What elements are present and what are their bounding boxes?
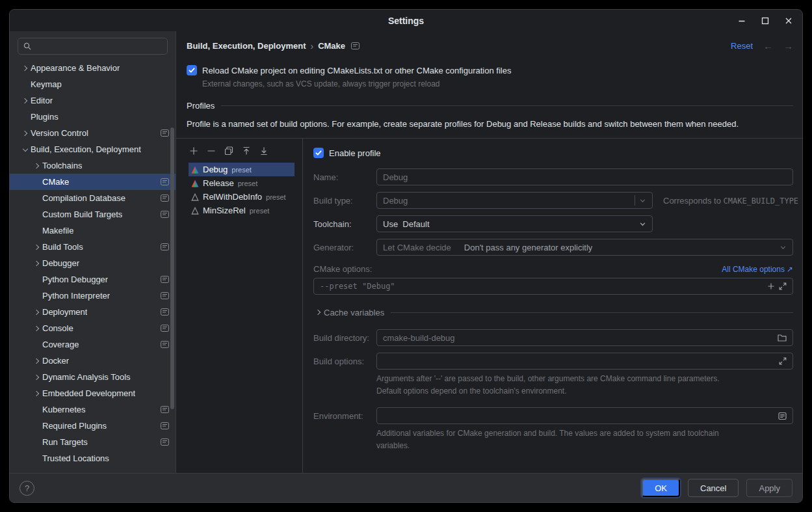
build-type-row: Build type: Debug Corresponds to CMAKE_B… xyxy=(313,192,793,209)
cmake-options-input[interactable]: --preset "Debug" xyxy=(313,278,793,295)
sidebar-item-trusted-locations[interactable]: Trusted Locations xyxy=(10,450,176,466)
sidebar-item-toolchains[interactable]: Toolchains xyxy=(10,157,176,174)
add-profile-button[interactable] xyxy=(189,146,199,156)
chevron-down-icon[interactable] xyxy=(639,221,646,228)
build-directory-input[interactable]: cmake-build-debug xyxy=(376,329,793,346)
profile-item-relwithdebinfo[interactable]: RelWithDebInfopreset xyxy=(189,190,295,204)
sidebar-item-required-plugins[interactable]: Required Plugins xyxy=(10,418,176,434)
build-type-value: Debug xyxy=(383,196,408,206)
breadcrumb-root[interactable]: Build, Execution, Deployment xyxy=(187,41,306,51)
sidebar-item-label: Custom Build Targets xyxy=(42,209,122,219)
reload-cmake-checkbox-row[interactable]: Reload CMake project on editing CMakeLis… xyxy=(187,65,793,75)
chevron-right-icon[interactable] xyxy=(32,356,42,366)
toolchain-select[interactable]: Use Default xyxy=(376,215,653,232)
chevron-down-icon[interactable] xyxy=(20,144,31,155)
expand-field-icon[interactable] xyxy=(779,357,787,365)
sidebar-item-python-interpreter[interactable]: Python Interpreter xyxy=(10,288,176,304)
settings-search-input[interactable] xyxy=(35,42,163,51)
cancel-button[interactable]: Cancel xyxy=(688,479,739,497)
chevron-right-icon[interactable] xyxy=(32,307,42,317)
sidebar-item-kubernetes[interactable]: Kubernetes xyxy=(10,401,176,418)
build-options-input[interactable] xyxy=(376,353,793,370)
sidebar-item-label: Keymap xyxy=(31,79,62,89)
sidebar-item-python-debugger[interactable]: Python Debugger xyxy=(10,271,176,288)
sidebar-scrollbar[interactable] xyxy=(170,128,174,409)
add-option-icon[interactable] xyxy=(767,282,775,290)
checkmark-icon xyxy=(315,149,322,157)
profile-toolbar xyxy=(189,142,295,159)
chevron-right-icon[interactable] xyxy=(20,128,31,139)
sidebar-item-keymap[interactable]: Keymap xyxy=(10,76,176,92)
sidebar-item-deployment[interactable]: Deployment xyxy=(10,304,176,320)
profile-name: RelWithDebInfo xyxy=(203,192,262,202)
sidebar-item-label: Toolchains xyxy=(42,161,82,170)
maximize-button[interactable] xyxy=(761,16,770,25)
build-directory-row: Build directory: cmake-build-debug xyxy=(313,329,793,346)
expand-field-icon[interactable] xyxy=(779,282,787,290)
chevron-right-icon[interactable] xyxy=(32,372,42,383)
all-cmake-options-link[interactable]: All CMake options↗ xyxy=(722,265,793,274)
sidebar-item-compilation-database[interactable]: Compilation Database xyxy=(10,190,176,206)
chevron-right-icon[interactable] xyxy=(32,388,42,399)
forward-button[interactable]: → xyxy=(783,40,793,51)
project-level-icon xyxy=(161,438,169,446)
back-button[interactable]: ← xyxy=(763,40,773,51)
sidebar-item-editor[interactable]: Editor xyxy=(10,92,176,109)
chevron-right-icon[interactable] xyxy=(313,307,324,317)
profile-item-release[interactable]: Releasepreset xyxy=(189,176,295,190)
chevron-spacer xyxy=(32,421,42,431)
ok-button[interactable]: OK xyxy=(642,479,680,497)
reload-cmake-checkbox[interactable] xyxy=(187,65,197,75)
search-icon xyxy=(23,42,32,51)
chevron-down-icon[interactable] xyxy=(779,244,787,251)
sidebar-item-version-control[interactable]: Version Control xyxy=(10,125,176,141)
folder-icon[interactable] xyxy=(778,334,787,342)
chevron-right-icon[interactable] xyxy=(32,323,42,334)
toolchain-label: Toolchain: xyxy=(313,219,376,229)
window-controls xyxy=(737,10,793,31)
sidebar-item-custom-build-targets[interactable]: Custom Build Targets xyxy=(10,206,176,222)
close-button[interactable] xyxy=(784,16,793,25)
chevron-down-icon[interactable] xyxy=(639,197,646,204)
chevron-right-icon[interactable] xyxy=(32,258,42,269)
search-box[interactable] xyxy=(18,38,168,55)
chevron-right-icon[interactable] xyxy=(20,96,31,106)
cache-variables-toggle[interactable]: Cache variables xyxy=(313,307,793,317)
sidebar-item-makefile[interactable]: Makefile xyxy=(10,222,176,239)
profile-item-minsizerel[interactable]: MinSizeRelpreset xyxy=(189,204,295,217)
sidebar-item-cmake[interactable]: CMake xyxy=(10,174,176,190)
sidebar-item-coverage[interactable]: Coverage xyxy=(10,336,176,353)
sidebar-item-dynamic-analysis-tools[interactable]: Dynamic Analysis Tools xyxy=(10,369,176,385)
environment-input[interactable] xyxy=(376,407,793,424)
enable-profile-row[interactable]: Enable profile xyxy=(313,148,793,158)
sidebar-item-embedded-development[interactable]: Embedded Development xyxy=(10,385,176,401)
copy-profile-button[interactable] xyxy=(224,146,234,156)
generator-select[interactable]: Let CMake decide Don't pass any generato… xyxy=(376,239,793,256)
cmake-options-value: --preset "Debug" xyxy=(320,282,395,291)
sidebar-item-build-tools[interactable]: Build Tools xyxy=(10,239,176,255)
chevron-right-icon[interactable] xyxy=(32,161,42,171)
enable-profile-checkbox[interactable] xyxy=(313,148,324,158)
minimize-button[interactable] xyxy=(737,16,746,25)
build-type-select[interactable]: Debug xyxy=(376,192,653,209)
apply-button[interactable]: Apply xyxy=(746,479,792,497)
sidebar-item-appearance-behavior[interactable]: Appearance & Behavior xyxy=(10,60,176,76)
chevron-right-icon[interactable] xyxy=(20,63,31,74)
name-input[interactable]: Debug xyxy=(376,168,793,185)
remove-profile-button[interactable] xyxy=(206,146,216,156)
reset-link[interactable]: Reset xyxy=(731,41,753,51)
help-button[interactable]: ? xyxy=(20,481,34,496)
profile-item-debug[interactable]: Debugpreset xyxy=(189,163,295,176)
sidebar-item-run-targets[interactable]: Run Targets xyxy=(10,434,176,450)
project-level-icon xyxy=(161,178,169,185)
chevron-right-icon[interactable] xyxy=(32,242,42,252)
sidebar-item-plugins[interactable]: Plugins xyxy=(10,109,176,125)
sidebar-item-build-execution-deployment[interactable]: Build, Execution, Deployment xyxy=(10,141,176,157)
move-up-button[interactable] xyxy=(241,146,252,156)
sidebar-item-debugger[interactable]: Debugger xyxy=(10,255,176,271)
cmake-options-header: CMake options: All CMake options↗ xyxy=(313,264,793,274)
sidebar-item-console[interactable]: Console xyxy=(10,320,176,336)
sidebar-item-docker[interactable]: Docker xyxy=(10,353,176,369)
move-down-button[interactable] xyxy=(259,146,269,156)
environment-variables-icon[interactable] xyxy=(778,412,787,420)
